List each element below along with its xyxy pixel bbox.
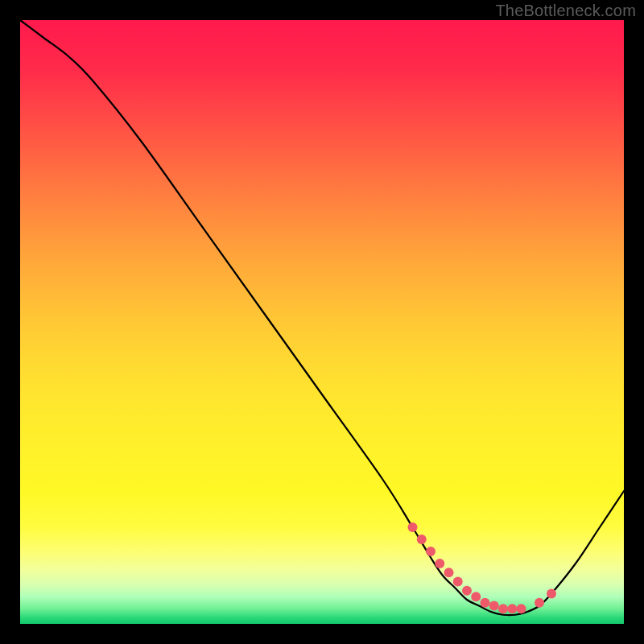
sweet-spot-dot: [426, 547, 436, 556]
sweet-spot-dot: [517, 604, 526, 613]
sweet-spot-dot: [471, 592, 481, 601]
sweet-spot-dot: [547, 589, 556, 599]
sweet-spot-dot: [498, 604, 508, 613]
sweet-spot-dots: [408, 522, 557, 613]
bottleneck-curve: [20, 20, 624, 615]
sweet-spot-dot: [535, 598, 544, 608]
sweet-spot-dot: [444, 568, 454, 577]
sweet-spot-dot: [507, 604, 517, 613]
sweet-spot-dot: [408, 522, 418, 532]
sweet-spot-dot: [453, 577, 463, 587]
watermark-text: TheBottleneck.com: [495, 2, 636, 20]
sweet-spot-dot: [435, 559, 444, 568]
sweet-spot-dot: [481, 598, 490, 608]
sweet-spot-dot: [417, 535, 427, 544]
sweet-spot-dot: [462, 586, 472, 596]
chart-stage: TheBottleneck.com: [0, 0, 644, 644]
chart-plot-area: [20, 20, 624, 624]
sweet-spot-dot: [489, 601, 499, 611]
chart-svg: [20, 20, 624, 624]
